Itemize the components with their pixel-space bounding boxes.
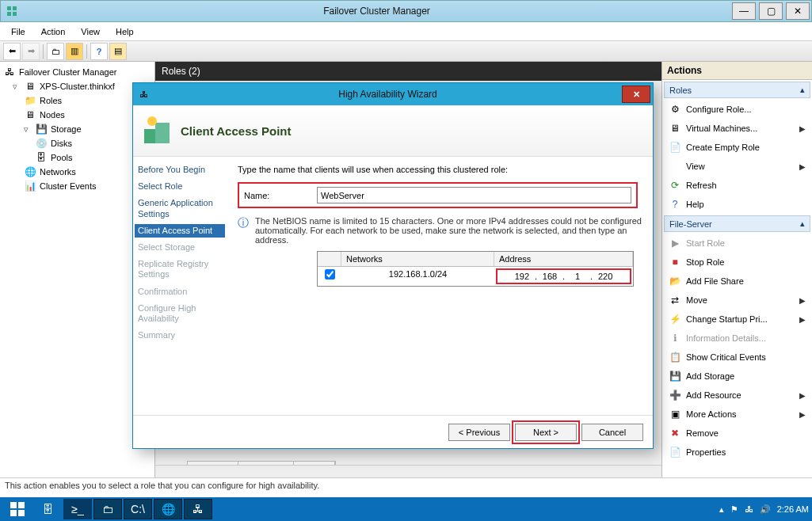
tray-sound-icon[interactable]: 🔊: [760, 504, 771, 515]
tray-network-icon[interactable]: 🖧: [745, 504, 753, 514]
action-help[interactable]: ?Help: [662, 195, 812, 214]
nav-summary[interactable]: Summary: [138, 330, 222, 340]
action-start-label: Start Role: [686, 238, 725, 248]
action-add-storage[interactable]: 💾Add Storage: [662, 367, 812, 386]
action-virtual-machines[interactable]: 🖥Virtual Machines...▶: [662, 119, 812, 138]
toolbar: ⬅ ➡ 🗀 ▥ ? ▤: [0, 41, 812, 62]
center-scrollbar[interactable]: [155, 465, 661, 477]
nav-generic-settings[interactable]: Generic Application Settings: [138, 198, 222, 219]
tree-pools[interactable]: 🗄Pools: [2, 150, 153, 165]
action-move[interactable]: ⇄Move▶: [662, 291, 812, 310]
task-iis[interactable]: 🌐: [154, 499, 182, 519]
tree-nodes[interactable]: 🖥Nodes: [2, 108, 153, 122]
addr-octet-4[interactable]: 220: [596, 272, 615, 281]
menu-action[interactable]: Action: [33, 25, 74, 39]
task-powershell[interactable]: ≥_: [63, 499, 92, 519]
collapse-icon[interactable]: ▴: [800, 219, 805, 229]
prop-button[interactable]: ▤: [109, 43, 127, 60]
vm-icon: 🖥: [669, 122, 681, 135]
center-header: Roles (2): [155, 62, 661, 81]
tray-flag-icon[interactable]: ⚑: [730, 504, 738, 515]
action-view[interactable]: View▶: [662, 157, 812, 176]
previous-button[interactable]: < Previous: [448, 424, 510, 441]
nav-before[interactable]: Before You Begin: [138, 165, 222, 175]
svg-rect-8: [144, 129, 155, 143]
action-start-role[interactable]: ▶Start Role: [662, 234, 812, 253]
action-configure-role[interactable]: ⚙Configure Role...: [662, 100, 812, 119]
close-button[interactable]: ✕: [786, 2, 810, 20]
tray-chevron-icon[interactable]: ▴: [719, 504, 724, 515]
action-view-label: View: [686, 162, 705, 171]
action-add-resource[interactable]: ➕Add Resource▶: [662, 386, 812, 405]
nav-back-button[interactable]: ⬅: [3, 43, 21, 60]
action-remove[interactable]: ✖Remove: [662, 424, 812, 443]
action-create-empty-role[interactable]: 📄Create Empty Role: [662, 138, 812, 157]
next-button[interactable]: Next >: [515, 424, 577, 441]
task-cmd[interactable]: C:\: [124, 499, 152, 519]
expand-icon[interactable]: ▿: [13, 82, 21, 92]
move-icon: ⇄: [669, 294, 681, 306]
show-hide-button[interactable]: ▥: [66, 43, 83, 60]
start-button[interactable]: [3, 499, 32, 519]
actions-section-fileserver[interactable]: File-Server▴: [664, 215, 810, 232]
nav-confirmation[interactable]: Confirmation: [138, 287, 222, 297]
action-add-file-share[interactable]: 📂Add File Share: [662, 272, 812, 291]
svg-rect-2: [7, 12, 11, 16]
name-input[interactable]: WebServer: [317, 187, 631, 203]
nav-select-role[interactable]: Select Role: [138, 181, 222, 192]
maximize-button[interactable]: ▢: [759, 2, 783, 20]
task-cluster[interactable]: 🖧: [184, 499, 212, 519]
menu-help[interactable]: Help: [108, 25, 142, 39]
svg-rect-9: [155, 123, 170, 143]
action-stop-role[interactable]: ■Stop Role: [662, 253, 812, 272]
network-table: Networks Address 192.168.1.0/24 192. 168…: [317, 251, 634, 287]
addr-octet-2[interactable]: 168: [540, 272, 559, 281]
start-icon: ▶: [669, 237, 681, 249]
action-critical-label: Show Critical Events: [686, 352, 766, 362]
actions-section-roles-label: Roles: [669, 86, 692, 95]
action-refresh[interactable]: ⟳Refresh: [662, 176, 812, 195]
wizard-close-button[interactable]: ✕: [622, 86, 650, 103]
action-info-details[interactable]: ℹInformation Details...: [662, 329, 812, 348]
action-more[interactable]: ▣More Actions▶: [662, 405, 812, 424]
tree-roles[interactable]: 📁Roles: [2, 93, 153, 108]
task-explorer[interactable]: 🗀: [93, 499, 122, 519]
address-input[interactable]: 192. 168. 1. 220: [496, 268, 631, 284]
addr-octet-3[interactable]: 1: [568, 272, 587, 281]
minimize-button[interactable]: —: [732, 2, 756, 20]
tree-root[interactable]: 🖧 Failover Cluster Manager: [2, 65, 153, 79]
action-critical-events[interactable]: 📋Show Critical Events: [662, 348, 812, 367]
nav-client-access-point[interactable]: Client Access Point: [135, 224, 225, 238]
network-checkbox[interactable]: [325, 269, 335, 280]
tree-networks[interactable]: 🌐Networks: [2, 165, 153, 179]
collapse-icon[interactable]: ▴: [800, 85, 805, 95]
menu-view[interactable]: View: [73, 25, 108, 39]
cancel-button[interactable]: Cancel: [581, 424, 643, 441]
tree-disks[interactable]: 💿Disks: [2, 136, 153, 150]
menu-file[interactable]: File: [3, 25, 33, 39]
submenu-arrow-icon: ▶: [799, 410, 806, 419]
nav-up-button[interactable]: 🗀: [47, 43, 64, 60]
nav-configure-ha[interactable]: Configure High Availability: [138, 303, 222, 324]
help-icon: ?: [669, 198, 681, 211]
tree-storage[interactable]: ▿💾Storage: [2, 122, 153, 136]
nav-fwd-button[interactable]: ➡: [22, 43, 40, 60]
tree-cluster[interactable]: ▿ 🖥 XPS-Cluster.thinkxf: [2, 79, 153, 93]
expand-icon[interactable]: ▿: [24, 124, 32, 135]
tree-events[interactable]: 📊Cluster Events: [2, 179, 153, 193]
task-server-manager[interactable]: 🗄: [33, 499, 62, 519]
help-button[interactable]: ?: [90, 43, 108, 60]
props-icon: 📄: [669, 446, 681, 458]
action-startup-priority[interactable]: ⚡Change Startup Pri...▶: [662, 310, 812, 329]
actions-panel: Actions Roles▴ ⚙Configure Role... 🖥Virtu…: [661, 62, 812, 477]
action-props-label: Properties: [686, 447, 726, 457]
action-properties[interactable]: 📄Properties: [662, 443, 812, 462]
actions-section-roles[interactable]: Roles▴: [664, 82, 810, 98]
addr-octet-1[interactable]: 192: [513, 272, 532, 281]
nav-select-storage[interactable]: Select Storage: [138, 242, 222, 253]
wizard-title: High Availability Wizard: [154, 89, 622, 100]
wizard-titlebar[interactable]: 🖧 High Availability Wizard ✕: [133, 83, 653, 105]
tray-clock[interactable]: 2:26 AM: [777, 504, 809, 514]
nav-replicate-registry[interactable]: Replicate Registry Settings: [138, 259, 222, 280]
name-value: WebServer: [321, 191, 364, 200]
